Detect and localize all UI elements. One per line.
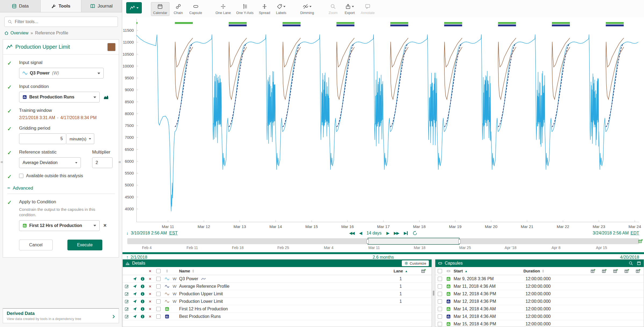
clear-condition-button[interactable] (103, 222, 107, 229)
cancel-button[interactable]: Cancel (19, 240, 53, 250)
sort-duration-icon[interactable] (542, 269, 544, 273)
table-add-column-icon[interactable] (602, 269, 607, 273)
select-all-checkbox[interactable] (156, 269, 161, 273)
panel-splitter[interactable] (432, 259, 435, 327)
toolbar-chain[interactable]: Chain (171, 2, 186, 16)
view-condition-icon[interactable] (103, 94, 109, 100)
timezone-start[interactable]: EST (169, 231, 178, 236)
gridding-unit-select[interactable]: minute(s) (66, 133, 94, 144)
step-back-fast-button[interactable] (349, 231, 354, 236)
table-stats-icon[interactable] (624, 269, 629, 273)
filter-tools-input[interactable] (15, 19, 114, 24)
capsule-checkbox[interactable] (438, 314, 442, 319)
send-to-trend-icon[interactable] (133, 314, 137, 319)
send-to-trend-icon[interactable] (133, 299, 137, 304)
step-forward-button[interactable] (386, 231, 389, 236)
send-to-trend-icon[interactable] (133, 284, 137, 289)
capsule-checkbox[interactable] (438, 292, 442, 296)
item-name[interactable]: First 12 Hrs of Production (178, 305, 386, 312)
item-name[interactable]: Production Lower Limit (178, 298, 386, 305)
gridding-period-input[interactable] (19, 133, 66, 144)
execute-button[interactable]: Execute (67, 240, 102, 250)
capsule-checkbox[interactable] (438, 322, 442, 326)
display-range-start[interactable]: 3/10/2018 2:56 AM (131, 231, 167, 236)
breadcrumb-overview[interactable]: Overview (4, 31, 28, 35)
table-add-row-icon[interactable] (613, 269, 618, 273)
step-forward-fast-button[interactable] (394, 231, 399, 236)
remove-all-icon[interactable] (146, 267, 154, 275)
capsule-row[interactable]: Mar 14, 2018 4:36 AM12:00:00.000 (435, 305, 644, 313)
table-export-icon[interactable] (636, 269, 641, 273)
training-window-dates[interactable]: 2/21/2018 3:31 AM-4/17/2018 8:34 PM (19, 115, 115, 120)
slider-handle-right[interactable] (458, 239, 461, 244)
expand-panel-icon[interactable] (637, 261, 641, 265)
capsule-row[interactable]: Mar 11, 2018 4:36 AM12:00:00.000 (435, 283, 644, 290)
sort-name-icon[interactable] (192, 269, 194, 273)
sort-type-icon[interactable] (166, 269, 168, 273)
column-lane-header[interactable]: Lane (394, 269, 403, 273)
toolbar-labels[interactable]: Labels (273, 2, 289, 16)
capsule-checkbox[interactable] (438, 307, 442, 311)
capsule-time-icon[interactable] (638, 239, 643, 244)
edit-icon[interactable] (125, 299, 129, 304)
capsule-row[interactable]: Mar 12, 2018 4:36 PM12:00:00.000 (435, 290, 644, 298)
select-all-capsules-checkbox[interactable] (438, 269, 442, 273)
item-name[interactable]: Q3 Power (178, 275, 386, 282)
customize-button[interactable]: Customize (402, 260, 429, 266)
input-condition-select[interactable]: Best Production Runs (19, 92, 100, 102)
info-icon[interactable] (140, 299, 145, 304)
column-duration-header[interactable]: Duration (523, 269, 540, 273)
remove-icon[interactable] (146, 290, 154, 297)
display-range-end[interactable]: 3/24/2018 2:56 AM (593, 231, 629, 236)
capsule-table-icon[interactable] (591, 269, 595, 273)
capsule-row[interactable]: Mar 12, 2018 4:36 PM12:00:00.000 (435, 298, 644, 305)
apply-condition-select[interactable]: First 12 Hrs of Production (19, 220, 100, 231)
capsule-row[interactable]: Mar 14, 2018 4:36 AM12:00:00.000 (435, 313, 644, 320)
toolbar-capsule[interactable]: Capsule (187, 2, 204, 16)
edit-icon[interactable] (125, 284, 129, 289)
capsule-checkbox[interactable] (438, 284, 442, 289)
tab-data[interactable]: Data (0, 0, 41, 12)
timezone-end[interactable]: EDT (631, 231, 639, 236)
capsule-checkbox[interactable] (438, 299, 442, 304)
info-icon[interactable] (140, 277, 145, 281)
toolbar-export[interactable]: Export (342, 2, 357, 16)
info-icon[interactable] (140, 307, 145, 311)
available-outside-checkbox[interactable] (19, 174, 23, 178)
remove-icon[interactable] (146, 313, 154, 320)
column-name-header[interactable]: Name (179, 269, 190, 273)
capsule-row[interactable]: Mar 15, 2018 4:36 PM12:00:00.000 (435, 320, 644, 327)
refresh-icon[interactable] (413, 231, 417, 236)
overview-slider-selection[interactable] (368, 238, 460, 245)
send-to-trend-icon[interactable] (133, 307, 137, 311)
remove-icon[interactable] (146, 305, 154, 312)
remove-icon[interactable] (146, 275, 154, 282)
row-checkbox[interactable] (156, 277, 161, 281)
add-column-icon[interactable] (421, 269, 426, 273)
advanced-section-toggle[interactable]: Advanced (7, 185, 115, 194)
reference-statistic-select[interactable]: Average Deviation (19, 157, 81, 168)
overview-slider-track[interactable] (127, 238, 639, 244)
edit-icon[interactable] (125, 307, 129, 311)
row-checkbox[interactable] (156, 314, 161, 319)
column-start-header[interactable]: Start (454, 269, 463, 273)
remove-icon[interactable] (146, 283, 154, 290)
item-name[interactable]: Production Upper Limit (178, 290, 386, 297)
toolbar-spread[interactable]: Spread (257, 2, 272, 16)
info-icon[interactable] (140, 314, 145, 319)
multiplier-input[interactable] (92, 157, 113, 168)
color-swatch-button[interactable] (107, 43, 115, 51)
collapse-sidebar-handle-left[interactable] (1, 159, 3, 165)
toolbar-one-y-axis[interactable]: One Y-Axis (234, 2, 256, 16)
edit-icon[interactable] (125, 314, 129, 319)
item-name[interactable]: Average Reference Profile (178, 283, 386, 290)
range-duration-label[interactable]: 14 days (367, 231, 382, 236)
edit-icon[interactable] (125, 292, 129, 296)
capsule-row[interactable]: Mar 9, 2018 3:36 PM12:00:00.000 (435, 275, 644, 283)
info-icon[interactable] (140, 284, 145, 289)
trend-view-button[interactable] (126, 2, 142, 13)
row-checkbox[interactable] (156, 284, 161, 289)
toolbar-calendar[interactable]: Calendar (151, 2, 169, 16)
toolbar-one-lane[interactable]: One Lane (213, 2, 233, 16)
step-to-end-button[interactable] (404, 231, 408, 236)
